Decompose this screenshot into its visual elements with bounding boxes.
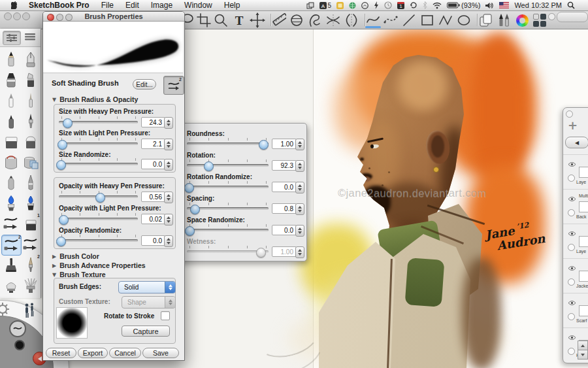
gear-icon[interactable] [0, 301, 10, 320]
slider-thumb[interactable] [184, 183, 194, 193]
window-title-bar[interactable]: Brush Properties [43, 12, 184, 22]
cancel-button[interactable]: Cancel [109, 348, 141, 358]
slider-thumb[interactable] [59, 215, 69, 225]
app-circle-icon[interactable] [361, 2, 368, 9]
slider-value[interactable]: 0.02 [141, 214, 165, 224]
tool-ellipse[interactable] [456, 13, 472, 27]
brush-airbrush[interactable] [1, 173, 20, 192]
layer-visibility-eye-icon[interactable] [568, 227, 576, 239]
tool-swatches[interactable] [532, 13, 547, 27]
window-close-button[interactable] [4, 12, 12, 20]
layer-select-radio[interactable] [568, 209, 575, 216]
slider-track[interactable] [59, 163, 138, 165]
layer-select-radio[interactable] [568, 244, 575, 251]
layer-row[interactable]: MultiBack [563, 189, 588, 224]
slider-stepper[interactable] [295, 225, 304, 237]
window-minimize-button[interactable] [13, 12, 21, 20]
slider-track[interactable] [187, 186, 269, 188]
slider-thumb[interactable] [256, 248, 266, 258]
save-button[interactable]: Save [142, 348, 179, 358]
layer-row[interactable]: Jacke [563, 258, 588, 293]
brush-edges-popup[interactable]: Solid [118, 281, 176, 293]
sync-icon[interactable] [410, 1, 417, 9]
capture-button[interactable]: Capture [122, 326, 170, 337]
layer-row[interactable]: Scarf [563, 293, 588, 328]
tool-dotted-curve[interactable] [383, 13, 399, 27]
layers-scroll-up[interactable] [578, 341, 588, 350]
tool-move[interactable] [250, 13, 265, 27]
slider-track[interactable] [187, 229, 269, 231]
layer-row[interactable]: Laye [563, 224, 588, 259]
apple-menu[interactable] [7, 1, 23, 10]
calendar-icon[interactable]: 1 [397, 2, 404, 9]
tool-ruler[interactable] [270, 13, 286, 27]
export-button[interactable]: Export [78, 348, 108, 358]
tool-ellipse-guide[interactable] [289, 13, 304, 27]
slider-thumb[interactable] [63, 118, 73, 128]
slider-value[interactable]: 0.0 [272, 225, 297, 235]
tool-french-curve[interactable] [307, 13, 323, 27]
layer-select-radio[interactable] [568, 175, 575, 182]
slider-value[interactable]: 0.0 [272, 182, 297, 192]
slider-track[interactable] [59, 239, 138, 242]
brush-type-button[interactable]: 2 [163, 76, 184, 95]
add-layer-button[interactable]: + [568, 118, 578, 132]
tool-zoom[interactable] [213, 13, 229, 27]
brush-technical-pen[interactable] [21, 49, 40, 69]
reset-button[interactable]: Reset [46, 348, 76, 358]
battery-icon[interactable]: (93%) [447, 1, 480, 9]
section-brush-advance-properties[interactable]: ▶Brush Advance Properties [52, 261, 146, 269]
brush-pencil[interactable] [1, 49, 20, 69]
flag-icon[interactable] [499, 2, 509, 8]
layer-thumbnail[interactable] [579, 167, 588, 178]
section-brush-radius-opacity[interactable]: ▼Brush Radius & Opacity [52, 95, 138, 103]
slider-thumb[interactable] [56, 160, 66, 170]
layer-visibility-eye-icon[interactable] [568, 297, 576, 309]
menu-window[interactable]: Window [178, 1, 218, 10]
input-source-icon[interactable]: A5 [319, 2, 332, 9]
tool-brush-pair[interactable] [496, 13, 512, 27]
slider-track[interactable] [187, 142, 269, 145]
people-icon[interactable] [22, 302, 37, 322]
slider-value[interactable]: 0.0 [141, 159, 165, 169]
rotate-to-stroke-checkbox[interactable] [161, 311, 170, 320]
wifi-icon[interactable] [433, 2, 442, 9]
slider-thumb[interactable] [56, 237, 66, 246]
custom-texture-popup[interactable]: Shape [122, 296, 176, 309]
slider-thumb[interactable] [57, 140, 67, 150]
slider-thumb[interactable] [259, 140, 269, 150]
slider-stepper[interactable] [164, 235, 173, 247]
current-color-puck[interactable] [14, 340, 25, 350]
layer-thumbnail[interactable] [579, 271, 588, 282]
layer-select-radio[interactable] [568, 348, 575, 355]
clock[interactable]: Wed 10:32 PM [514, 1, 562, 9]
brush-detail-brush[interactable]: 2 [21, 255, 40, 275]
layer-visibility-eye-icon[interactable] [568, 262, 576, 274]
layer-visibility-eye-icon[interactable] [568, 158, 576, 170]
brush-felt-pen[interactable] [1, 111, 20, 131]
brush-stamp-tool[interactable] [1, 255, 20, 275]
slider-stepper[interactable] [164, 117, 173, 129]
slider-value[interactable]: 1.00 [272, 139, 297, 149]
brush-texture-block[interactable]: 1 [21, 214, 40, 233]
brush-brush-pen[interactable] [21, 111, 40, 131]
brush-library-button[interactable] [22, 31, 39, 44]
brush-flat-brush[interactable] [1, 276, 20, 295]
slider-thumb[interactable] [185, 226, 195, 236]
slider-stepper[interactable] [164, 214, 173, 226]
tool-curve[interactable] [365, 13, 381, 27]
edit-brush-button[interactable]: Edit... [133, 79, 156, 90]
tool-line[interactable] [401, 13, 417, 27]
brush-paint-bucket[interactable] [1, 152, 20, 172]
slider-stepper[interactable] [295, 182, 304, 193]
slider-value[interactable]: 24.3 [141, 117, 165, 127]
menu-file[interactable]: File [95, 1, 120, 10]
brush-flood-fill[interactable] [21, 152, 40, 172]
brush-stroke-brush-2[interactable] [21, 235, 40, 254]
brush-airbrush-2[interactable] [21, 173, 40, 192]
layer-thumbnail[interactable] [579, 201, 588, 212]
brush-eraser-soft[interactable] [21, 131, 40, 151]
brush-flame-brush-2[interactable] [21, 193, 40, 213]
layer-row[interactable]: Laye [563, 154, 588, 190]
tool-crop[interactable] [196, 13, 212, 27]
